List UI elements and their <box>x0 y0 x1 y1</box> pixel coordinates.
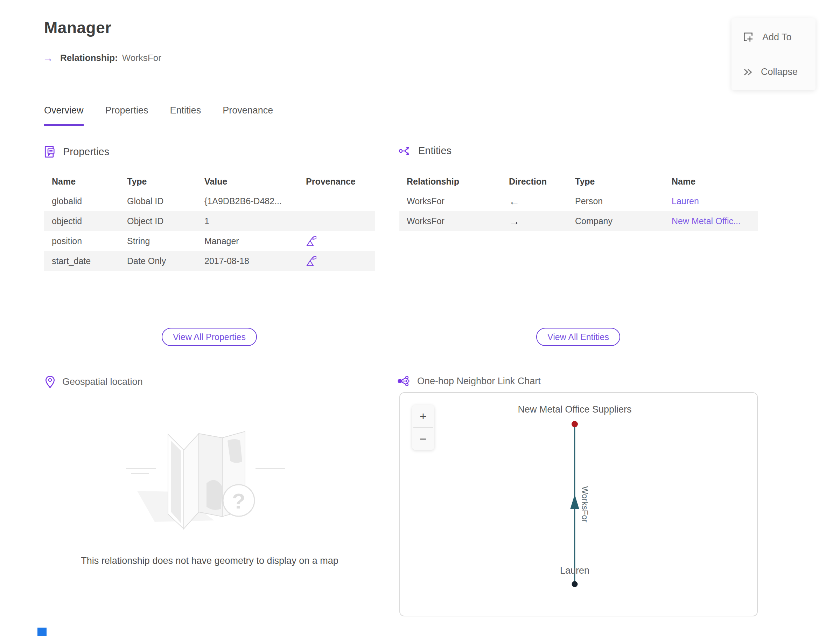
provenance-flag-icon[interactable] <box>303 235 375 247</box>
properties-section-header: Properties <box>44 145 109 158</box>
action-card: Add To Collapse <box>731 18 815 90</box>
property-name: objectid <box>44 216 127 226</box>
link-chart-panel[interactable]: New Metal Office Suppliers Lauren WorksF… <box>399 392 758 616</box>
property-type: Object ID <box>127 216 204 226</box>
relationship-label: Relationship: <box>60 52 118 63</box>
double-chevron-right-icon <box>742 67 753 78</box>
property-value: {1A9DB2B6-D482... <box>204 196 303 206</box>
tab-entities[interactable]: Entities <box>170 105 201 126</box>
link-chart-section-title: One-hop Neighbor Link Chart <box>417 376 541 387</box>
col-name: Name <box>672 177 758 187</box>
col-type: Type <box>575 177 672 187</box>
tab-bar: Overview Properties Entities Provenance <box>44 105 273 126</box>
tab-overview[interactable]: Overview <box>44 105 84 126</box>
geospatial-section-header: Geospatial location <box>45 375 143 388</box>
properties-icon <box>44 145 56 158</box>
property-value: 2017-08-18 <box>204 256 303 266</box>
map-placeholder-illustration: ? <box>123 413 291 539</box>
properties-section-title: Properties <box>63 146 109 158</box>
view-all-properties-button[interactable]: View All Properties <box>162 328 257 346</box>
entities-section-title: Entities <box>418 145 452 157</box>
geospatial-empty-message: This relationship does not have geometry… <box>44 555 375 566</box>
top-node-label: New Metal Office Suppliers <box>518 404 632 415</box>
map-pin-icon <box>45 375 55 388</box>
collapse-button[interactable]: Collapse <box>742 66 797 78</box>
link-chart-icon <box>397 375 410 387</box>
table-row: WorksFor → Company New Metal Offic... <box>399 211 758 231</box>
geospatial-section-title: Geospatial location <box>62 377 143 388</box>
collapse-label: Collapse <box>761 66 797 78</box>
entity-name-link[interactable]: New Metal Offic... <box>672 216 741 226</box>
table-row: globalid Global ID {1A9DB2B6-D482... <box>44 191 375 211</box>
direction-arrow-left-icon: ← <box>509 195 575 208</box>
entity-relationship: WorksFor <box>399 196 509 206</box>
col-direction: Direction <box>509 177 575 187</box>
entity-relationship: WorksFor <box>399 216 509 226</box>
property-name: globalid <box>44 196 127 206</box>
properties-table: Name Type Value Provenance globalid Glob… <box>44 172 375 271</box>
entities-table-header: Relationship Direction Type Name <box>399 172 758 191</box>
provenance-flag-icon[interactable] <box>303 255 375 267</box>
relationship-subtitle: → Relationship: WorksFor <box>43 52 161 63</box>
property-type: String <box>127 236 204 246</box>
direction-arrow-right-icon: → <box>509 215 575 228</box>
add-to-button[interactable]: Add To <box>742 31 792 43</box>
add-to-icon <box>742 31 755 43</box>
bottom-node-label: Lauren <box>560 565 589 576</box>
add-to-label: Add To <box>762 32 792 43</box>
entities-section-header: Entities <box>399 145 452 157</box>
relationship-value: WorksFor <box>122 52 161 63</box>
property-name: position <box>44 236 127 246</box>
view-all-entities-button[interactable]: View All Entities <box>536 328 620 346</box>
zoom-in-button[interactable]: + <box>412 405 434 427</box>
property-type: Date Only <box>127 256 204 266</box>
link-chart-canvas[interactable]: New Metal Office Suppliers Lauren WorksF… <box>400 393 756 614</box>
bottom-left-blue-artifact <box>38 628 47 636</box>
entities-table: Relationship Direction Type Name WorksFo… <box>399 172 758 231</box>
property-value: Manager <box>204 236 303 246</box>
col-relationship: Relationship <box>399 177 509 187</box>
link-chart-section-header: One-hop Neighbor Link Chart <box>397 375 541 387</box>
tab-properties[interactable]: Properties <box>105 105 148 126</box>
property-type: Global ID <box>127 196 204 206</box>
property-name: start_date <box>44 256 127 266</box>
table-row: WorksFor ← Person Lauren <box>399 191 758 211</box>
relationship-arrow-icon: → <box>43 53 53 63</box>
entity-type: Person <box>575 196 672 206</box>
entity-type: Company <box>575 216 672 226</box>
table-row: objectid Object ID 1 <box>44 211 375 231</box>
person-node[interactable] <box>572 581 578 587</box>
col-name: Name <box>44 177 127 187</box>
page-title: Manager <box>44 18 112 37</box>
property-value: 1 <box>204 216 303 226</box>
table-row: start_date Date Only 2017-08-18 <box>44 251 375 271</box>
properties-table-header: Name Type Value Provenance <box>44 172 375 191</box>
entities-icon <box>399 146 411 157</box>
company-node[interactable] <box>572 421 578 427</box>
col-type: Type <box>127 177 204 187</box>
tab-provenance[interactable]: Provenance <box>223 105 273 126</box>
col-value: Value <box>204 177 303 187</box>
zoom-control: + − <box>412 405 434 450</box>
table-row: position String Manager <box>44 231 375 251</box>
col-provenance: Provenance <box>303 177 375 187</box>
question-mark-glyph: ? <box>232 489 245 513</box>
edge-arrowhead <box>570 495 579 509</box>
zoom-out-button[interactable]: − <box>412 428 434 450</box>
entity-name-link[interactable]: Lauren <box>672 196 699 206</box>
edge-label: WorksFor <box>580 486 590 522</box>
